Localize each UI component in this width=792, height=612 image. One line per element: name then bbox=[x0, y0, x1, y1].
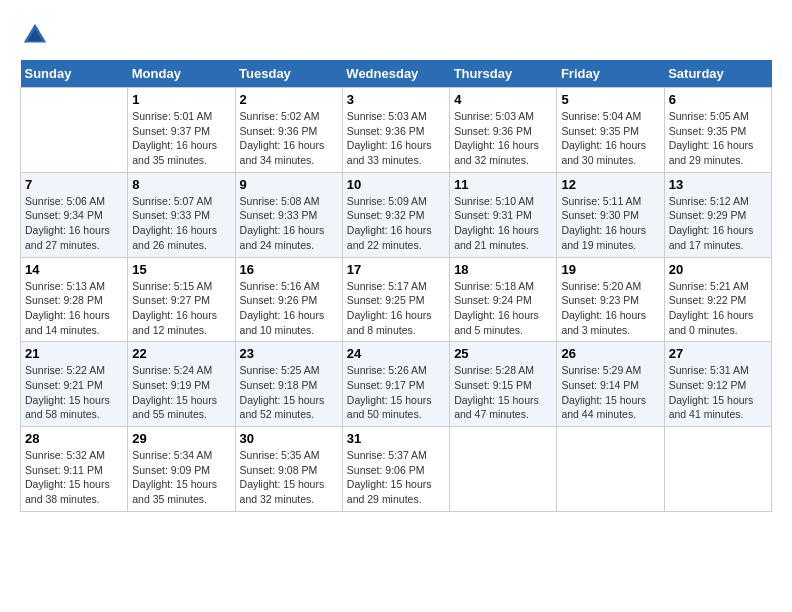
day-number: 15 bbox=[132, 262, 230, 277]
calendar-week-row: 21Sunrise: 5:22 AM Sunset: 9:21 PM Dayli… bbox=[21, 342, 772, 427]
day-detail: Sunrise: 5:13 AM Sunset: 9:28 PM Dayligh… bbox=[25, 280, 110, 336]
calendar-cell: 9Sunrise: 5:08 AM Sunset: 9:33 PM Daylig… bbox=[235, 172, 342, 257]
day-number: 18 bbox=[454, 262, 552, 277]
calendar-cell bbox=[664, 427, 771, 512]
calendar-cell: 13Sunrise: 5:12 AM Sunset: 9:29 PM Dayli… bbox=[664, 172, 771, 257]
weekday-header-monday: Monday bbox=[128, 60, 235, 88]
calendar-week-row: 1Sunrise: 5:01 AM Sunset: 9:37 PM Daylig… bbox=[21, 88, 772, 173]
day-detail: Sunrise: 5:22 AM Sunset: 9:21 PM Dayligh… bbox=[25, 364, 110, 420]
calendar-cell: 11Sunrise: 5:10 AM Sunset: 9:31 PM Dayli… bbox=[450, 172, 557, 257]
weekday-header-sunday: Sunday bbox=[21, 60, 128, 88]
day-number: 16 bbox=[240, 262, 338, 277]
day-detail: Sunrise: 5:26 AM Sunset: 9:17 PM Dayligh… bbox=[347, 364, 432, 420]
day-detail: Sunrise: 5:34 AM Sunset: 9:09 PM Dayligh… bbox=[132, 449, 217, 505]
calendar-cell bbox=[450, 427, 557, 512]
day-detail: Sunrise: 5:25 AM Sunset: 9:18 PM Dayligh… bbox=[240, 364, 325, 420]
day-detail: Sunrise: 5:10 AM Sunset: 9:31 PM Dayligh… bbox=[454, 195, 539, 251]
calendar-cell: 16Sunrise: 5:16 AM Sunset: 9:26 PM Dayli… bbox=[235, 257, 342, 342]
day-detail: Sunrise: 5:20 AM Sunset: 9:23 PM Dayligh… bbox=[561, 280, 646, 336]
calendar-cell: 3Sunrise: 5:03 AM Sunset: 9:36 PM Daylig… bbox=[342, 88, 449, 173]
day-detail: Sunrise: 5:35 AM Sunset: 9:08 PM Dayligh… bbox=[240, 449, 325, 505]
calendar-cell: 30Sunrise: 5:35 AM Sunset: 9:08 PM Dayli… bbox=[235, 427, 342, 512]
weekday-header-thursday: Thursday bbox=[450, 60, 557, 88]
day-detail: Sunrise: 5:08 AM Sunset: 9:33 PM Dayligh… bbox=[240, 195, 325, 251]
day-detail: Sunrise: 5:37 AM Sunset: 9:06 PM Dayligh… bbox=[347, 449, 432, 505]
calendar-cell: 25Sunrise: 5:28 AM Sunset: 9:15 PM Dayli… bbox=[450, 342, 557, 427]
calendar-cell: 18Sunrise: 5:18 AM Sunset: 9:24 PM Dayli… bbox=[450, 257, 557, 342]
day-number: 12 bbox=[561, 177, 659, 192]
day-detail: Sunrise: 5:12 AM Sunset: 9:29 PM Dayligh… bbox=[669, 195, 754, 251]
calendar-cell: 10Sunrise: 5:09 AM Sunset: 9:32 PM Dayli… bbox=[342, 172, 449, 257]
calendar-cell bbox=[21, 88, 128, 173]
day-detail: Sunrise: 5:02 AM Sunset: 9:36 PM Dayligh… bbox=[240, 110, 325, 166]
day-detail: Sunrise: 5:06 AM Sunset: 9:34 PM Dayligh… bbox=[25, 195, 110, 251]
logo bbox=[20, 20, 54, 50]
day-detail: Sunrise: 5:18 AM Sunset: 9:24 PM Dayligh… bbox=[454, 280, 539, 336]
calendar-table: SundayMondayTuesdayWednesdayThursdayFrid… bbox=[20, 60, 772, 512]
calendar-cell: 1Sunrise: 5:01 AM Sunset: 9:37 PM Daylig… bbox=[128, 88, 235, 173]
day-number: 9 bbox=[240, 177, 338, 192]
day-detail: Sunrise: 5:29 AM Sunset: 9:14 PM Dayligh… bbox=[561, 364, 646, 420]
weekday-header-row: SundayMondayTuesdayWednesdayThursdayFrid… bbox=[21, 60, 772, 88]
day-number: 28 bbox=[25, 431, 123, 446]
weekday-header-friday: Friday bbox=[557, 60, 664, 88]
calendar-cell: 15Sunrise: 5:15 AM Sunset: 9:27 PM Dayli… bbox=[128, 257, 235, 342]
day-number: 19 bbox=[561, 262, 659, 277]
calendar-week-row: 14Sunrise: 5:13 AM Sunset: 9:28 PM Dayli… bbox=[21, 257, 772, 342]
calendar-cell: 7Sunrise: 5:06 AM Sunset: 9:34 PM Daylig… bbox=[21, 172, 128, 257]
day-number: 29 bbox=[132, 431, 230, 446]
day-number: 7 bbox=[25, 177, 123, 192]
calendar-week-row: 28Sunrise: 5:32 AM Sunset: 9:11 PM Dayli… bbox=[21, 427, 772, 512]
day-number: 5 bbox=[561, 92, 659, 107]
calendar-cell bbox=[557, 427, 664, 512]
day-number: 11 bbox=[454, 177, 552, 192]
calendar-cell: 24Sunrise: 5:26 AM Sunset: 9:17 PM Dayli… bbox=[342, 342, 449, 427]
day-detail: Sunrise: 5:03 AM Sunset: 9:36 PM Dayligh… bbox=[454, 110, 539, 166]
day-number: 27 bbox=[669, 346, 767, 361]
day-number: 24 bbox=[347, 346, 445, 361]
day-number: 23 bbox=[240, 346, 338, 361]
day-detail: Sunrise: 5:11 AM Sunset: 9:30 PM Dayligh… bbox=[561, 195, 646, 251]
day-number: 20 bbox=[669, 262, 767, 277]
day-detail: Sunrise: 5:15 AM Sunset: 9:27 PM Dayligh… bbox=[132, 280, 217, 336]
day-detail: Sunrise: 5:31 AM Sunset: 9:12 PM Dayligh… bbox=[669, 364, 754, 420]
calendar-cell: 21Sunrise: 5:22 AM Sunset: 9:21 PM Dayli… bbox=[21, 342, 128, 427]
calendar-cell: 20Sunrise: 5:21 AM Sunset: 9:22 PM Dayli… bbox=[664, 257, 771, 342]
day-number: 21 bbox=[25, 346, 123, 361]
day-number: 30 bbox=[240, 431, 338, 446]
calendar-cell: 29Sunrise: 5:34 AM Sunset: 9:09 PM Dayli… bbox=[128, 427, 235, 512]
calendar-cell: 19Sunrise: 5:20 AM Sunset: 9:23 PM Dayli… bbox=[557, 257, 664, 342]
calendar-cell: 8Sunrise: 5:07 AM Sunset: 9:33 PM Daylig… bbox=[128, 172, 235, 257]
weekday-header-wednesday: Wednesday bbox=[342, 60, 449, 88]
calendar-cell: 27Sunrise: 5:31 AM Sunset: 9:12 PM Dayli… bbox=[664, 342, 771, 427]
day-number: 8 bbox=[132, 177, 230, 192]
weekday-header-saturday: Saturday bbox=[664, 60, 771, 88]
logo-icon bbox=[20, 20, 50, 50]
day-detail: Sunrise: 5:28 AM Sunset: 9:15 PM Dayligh… bbox=[454, 364, 539, 420]
day-number: 26 bbox=[561, 346, 659, 361]
day-detail: Sunrise: 5:32 AM Sunset: 9:11 PM Dayligh… bbox=[25, 449, 110, 505]
day-detail: Sunrise: 5:01 AM Sunset: 9:37 PM Dayligh… bbox=[132, 110, 217, 166]
weekday-header-tuesday: Tuesday bbox=[235, 60, 342, 88]
day-number: 1 bbox=[132, 92, 230, 107]
day-detail: Sunrise: 5:16 AM Sunset: 9:26 PM Dayligh… bbox=[240, 280, 325, 336]
calendar-cell: 6Sunrise: 5:05 AM Sunset: 9:35 PM Daylig… bbox=[664, 88, 771, 173]
day-number: 17 bbox=[347, 262, 445, 277]
day-number: 13 bbox=[669, 177, 767, 192]
day-detail: Sunrise: 5:09 AM Sunset: 9:32 PM Dayligh… bbox=[347, 195, 432, 251]
calendar-cell: 2Sunrise: 5:02 AM Sunset: 9:36 PM Daylig… bbox=[235, 88, 342, 173]
day-detail: Sunrise: 5:24 AM Sunset: 9:19 PM Dayligh… bbox=[132, 364, 217, 420]
day-detail: Sunrise: 5:17 AM Sunset: 9:25 PM Dayligh… bbox=[347, 280, 432, 336]
day-number: 3 bbox=[347, 92, 445, 107]
calendar-week-row: 7Sunrise: 5:06 AM Sunset: 9:34 PM Daylig… bbox=[21, 172, 772, 257]
day-number: 22 bbox=[132, 346, 230, 361]
day-number: 14 bbox=[25, 262, 123, 277]
day-number: 2 bbox=[240, 92, 338, 107]
day-number: 4 bbox=[454, 92, 552, 107]
day-detail: Sunrise: 5:04 AM Sunset: 9:35 PM Dayligh… bbox=[561, 110, 646, 166]
header bbox=[20, 20, 772, 50]
day-number: 6 bbox=[669, 92, 767, 107]
calendar-cell: 12Sunrise: 5:11 AM Sunset: 9:30 PM Dayli… bbox=[557, 172, 664, 257]
calendar-cell: 28Sunrise: 5:32 AM Sunset: 9:11 PM Dayli… bbox=[21, 427, 128, 512]
day-number: 10 bbox=[347, 177, 445, 192]
